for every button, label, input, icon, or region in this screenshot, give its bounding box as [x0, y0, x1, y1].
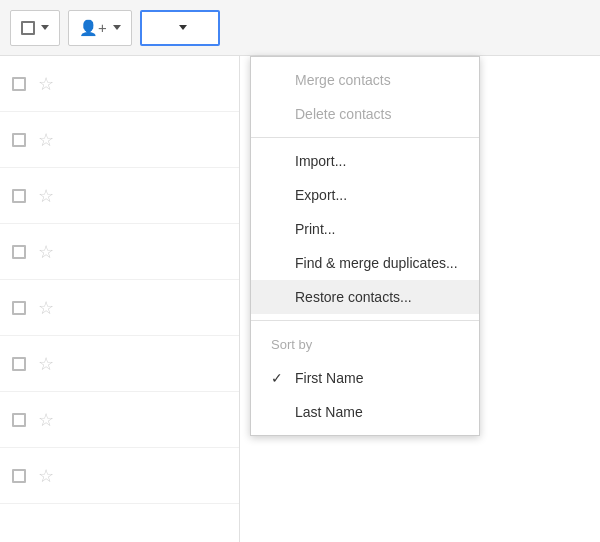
menu-item-label-first-name: First Name — [295, 370, 363, 386]
list-item: ☆ — [0, 112, 239, 168]
menu-item-last-name[interactable]: Last Name — [251, 395, 479, 429]
menu-item-label-export: Export... — [295, 187, 347, 203]
menu-item-label-last-name: Last Name — [295, 404, 363, 420]
row-star-icon[interactable]: ☆ — [38, 353, 54, 375]
menu-item-label-import: Import... — [295, 153, 346, 169]
menu-item-restore[interactable]: Restore contacts... — [251, 280, 479, 314]
row-star-icon[interactable]: ☆ — [38, 73, 54, 95]
menu-item-find-merge[interactable]: Find & merge duplicates... — [251, 246, 479, 280]
row-checkbox[interactable] — [12, 413, 26, 427]
row-checkbox[interactable] — [12, 357, 26, 371]
menu-item-label-merge-contacts: Merge contacts — [295, 72, 391, 88]
more-dropdown-arrow-icon — [179, 25, 187, 30]
row-checkbox[interactable] — [12, 469, 26, 483]
list-item: ☆ — [0, 392, 239, 448]
row-star-icon[interactable]: ☆ — [38, 465, 54, 487]
list-panel: ☆ ☆ ☆ ☆ ☆ ☆ ☆ ☆ — [0, 56, 240, 542]
menu-item-label-find-merge: Find & merge duplicates... — [295, 255, 458, 271]
menu-section-sort-by-label: Sort by — [251, 327, 479, 361]
select-dropdown-arrow-icon — [41, 25, 49, 30]
row-star-icon[interactable]: ☆ — [38, 241, 54, 263]
row-checkbox[interactable] — [12, 245, 26, 259]
row-checkbox[interactable] — [12, 77, 26, 91]
more-dropdown-menu: Merge contacts Delete contacts Import...… — [250, 56, 480, 436]
divider-divider-1 — [251, 137, 479, 138]
menu-item-label-print: Print... — [295, 221, 335, 237]
select-all-button[interactable] — [10, 10, 60, 46]
add-person-icon: 👤+ — [79, 19, 107, 37]
row-star-icon[interactable]: ☆ — [38, 129, 54, 151]
list-item: ☆ — [0, 280, 239, 336]
list-item: ☆ — [0, 336, 239, 392]
menu-item-import[interactable]: Import... — [251, 144, 479, 178]
more-button[interactable] — [140, 10, 220, 46]
list-item: ☆ — [0, 168, 239, 224]
menu-item-first-name[interactable]: ✓ First Name — [251, 361, 479, 395]
menu-item-label-restore: Restore contacts... — [295, 289, 412, 305]
list-item: ☆ — [0, 224, 239, 280]
row-checkbox[interactable] — [12, 133, 26, 147]
add-person-button[interactable]: 👤+ — [68, 10, 132, 46]
list-item: ☆ — [0, 448, 239, 504]
menu-item-delete-contacts: Delete contacts — [251, 97, 479, 131]
menu-item-merge-contacts: Merge contacts — [251, 63, 479, 97]
row-checkbox[interactable] — [12, 301, 26, 315]
divider-divider-2 — [251, 320, 479, 321]
row-star-icon[interactable]: ☆ — [38, 409, 54, 431]
row-star-icon[interactable]: ☆ — [38, 297, 54, 319]
menu-item-print[interactable]: Print... — [251, 212, 479, 246]
row-star-icon[interactable]: ☆ — [38, 185, 54, 207]
add-person-dropdown-arrow-icon — [113, 25, 121, 30]
toolbar: 👤+ — [0, 0, 600, 56]
sort-checkmark-first-name: ✓ — [271, 370, 287, 386]
row-checkbox[interactable] — [12, 189, 26, 203]
menu-item-export[interactable]: Export... — [251, 178, 479, 212]
list-item: ☆ — [0, 56, 239, 112]
checkbox-icon — [21, 21, 35, 35]
menu-item-label-delete-contacts: Delete contacts — [295, 106, 392, 122]
